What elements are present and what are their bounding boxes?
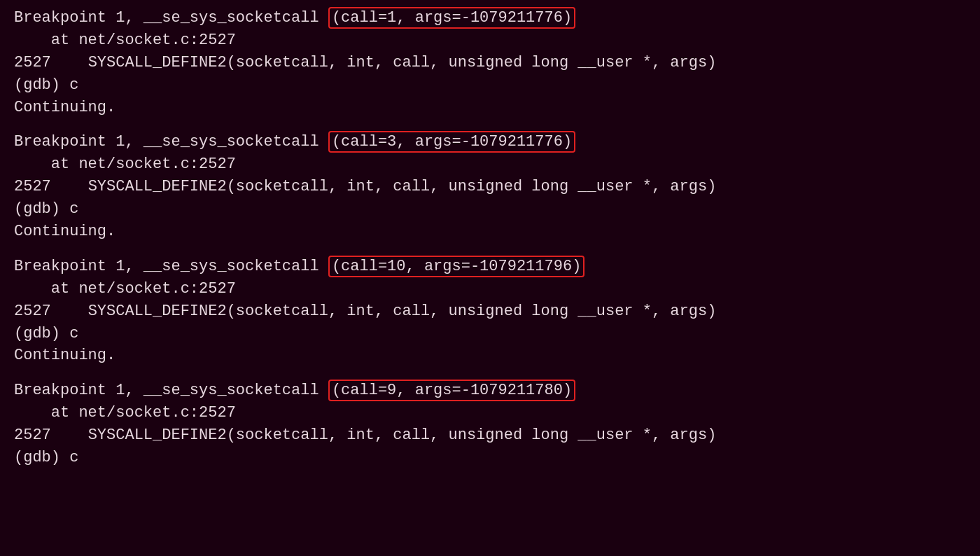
- spacer-3: [14, 373, 966, 380]
- breakpoint-text-3: Breakpoint 1, __se_sys_socketcall: [14, 258, 328, 275]
- prompt-line-3: (gdb) c: [14, 323, 966, 345]
- location-line-4: at net/socket.c:2527: [14, 402, 966, 424]
- source-line-2: 2527 SYSCALL_DEFINE2(socketcall, int, ca…: [14, 176, 966, 198]
- breakpoint-text-1: Breakpoint 1, __se_sys_socketcall: [14, 9, 328, 27]
- prompt-line-2: (gdb) c: [14, 198, 966, 221]
- highlight-args-2: (call=3, args=-1079211776): [328, 131, 575, 153]
- location-line-1: at net/socket.c:2527: [14, 29, 966, 52]
- highlight-args-4: (call=9, args=-1079211780): [328, 380, 575, 401]
- continuing-2: Continuing.: [14, 221, 966, 243]
- breakpoint-text-2: Breakpoint 1, __se_sys_socketcall: [14, 133, 328, 151]
- continuing-3: Continuing.: [14, 345, 966, 367]
- breakpoint-line-3: Breakpoint 1, __se_sys_socketcall (call=…: [14, 256, 966, 278]
- highlight-args-1: (call=1, args=-1079211776): [328, 7, 575, 29]
- gdb-block-1: Breakpoint 1, __se_sys_socketcall (call=…: [14, 7, 966, 118]
- breakpoint-line-2: Breakpoint 1, __se_sys_socketcall (call=…: [14, 131, 966, 153]
- prompt-line-4: (gdb) c: [14, 447, 966, 469]
- breakpoint-line-1: Breakpoint 1, __se_sys_socketcall (call=…: [14, 7, 966, 29]
- spacer-2: [14, 249, 966, 256]
- source-line-1: 2527 SYSCALL_DEFINE2(socketcall, int, ca…: [14, 52, 966, 74]
- highlight-args-3: (call=10, args=-1079211796): [328, 256, 584, 277]
- breakpoint-line-4: Breakpoint 1, __se_sys_socketcall (call=…: [14, 380, 966, 402]
- terminal-output: Breakpoint 1, __se_sys_socketcall (call=…: [14, 7, 966, 469]
- breakpoint-text-4: Breakpoint 1, __se_sys_socketcall: [14, 382, 328, 399]
- prompt-line-1: (gdb) c: [14, 74, 966, 97]
- gdb-block-3: Breakpoint 1, __se_sys_socketcall (call=…: [14, 256, 966, 367]
- gdb-block-2: Breakpoint 1, __se_sys_socketcall (call=…: [14, 131, 966, 242]
- gdb-block-4: Breakpoint 1, __se_sys_socketcall (call=…: [14, 380, 966, 469]
- source-line-3: 2527 SYSCALL_DEFINE2(socketcall, int, ca…: [14, 300, 966, 323]
- spacer-1: [14, 124, 966, 131]
- location-line-3: at net/socket.c:2527: [14, 278, 966, 300]
- continuing-1: Continuing.: [14, 97, 966, 119]
- location-line-2: at net/socket.c:2527: [14, 153, 966, 176]
- source-line-4: 2527 SYSCALL_DEFINE2(socketcall, int, ca…: [14, 424, 966, 447]
